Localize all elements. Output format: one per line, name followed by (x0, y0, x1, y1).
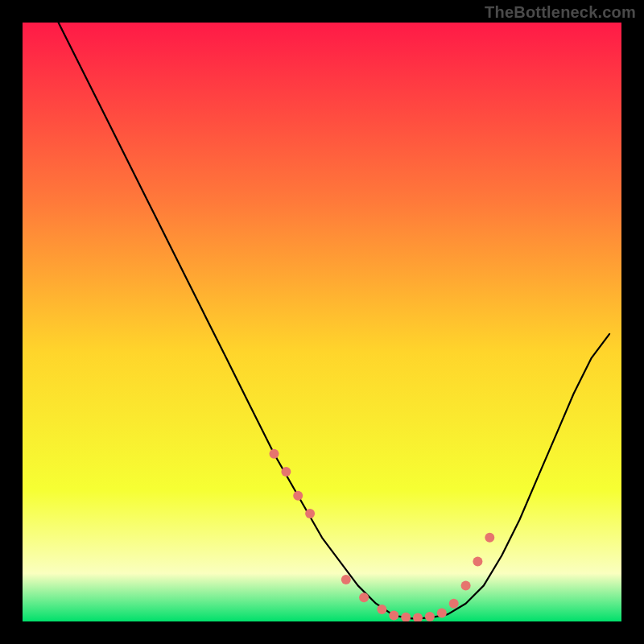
curve-marker (485, 533, 494, 543)
curve-marker (389, 611, 398, 621)
curve-marker (270, 449, 279, 459)
curve-marker (341, 575, 351, 584)
curve-marker (281, 467, 291, 477)
curve-marker (473, 557, 482, 567)
gradient-background (23, 23, 621, 621)
curve-marker (425, 612, 435, 621)
curve-marker (449, 599, 459, 609)
bottleneck-plot (23, 23, 621, 621)
watermark-text: TheBottleneck.com (485, 3, 636, 22)
curve-marker (305, 509, 315, 518)
chart-frame: TheBottleneck.com (0, 0, 644, 644)
curve-marker (437, 609, 447, 618)
curve-marker (359, 592, 369, 602)
curve-marker (293, 491, 303, 501)
curve-marker (461, 580, 471, 590)
curve-marker (377, 605, 386, 614)
